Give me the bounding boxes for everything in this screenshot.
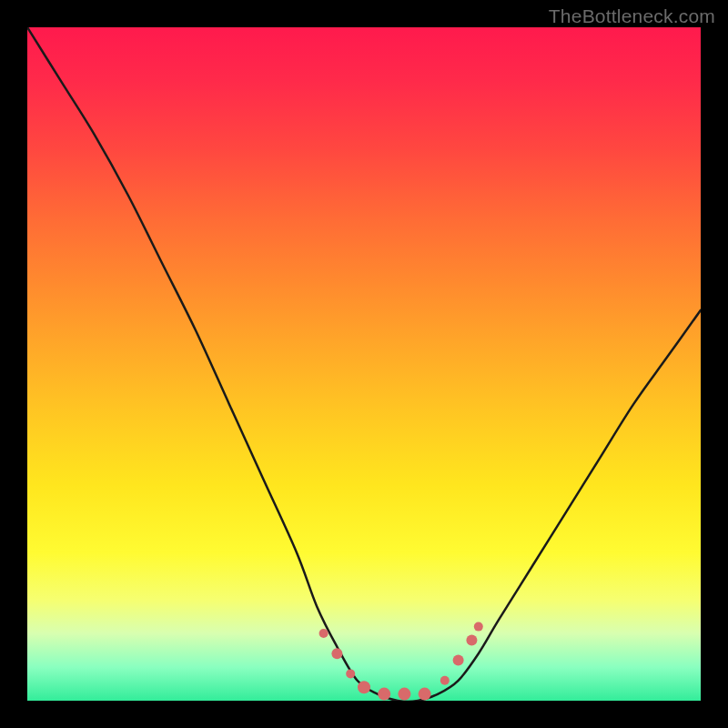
curve-marker (346, 669, 355, 678)
curve-marker (466, 634, 477, 645)
curve-marker (453, 655, 464, 666)
curve-marker (331, 648, 342, 659)
watermark-text: TheBottleneck.com (549, 5, 715, 27)
curve-marker (474, 622, 483, 632)
curve-marker (319, 629, 329, 638)
curve-marker (358, 681, 370, 693)
curve-marker (378, 688, 390, 701)
curve-marker (440, 676, 450, 685)
curve-marker (398, 688, 410, 701)
chart-frame: TheBottleneck.com (0, 0, 728, 728)
plot-area (27, 27, 701, 701)
bottleneck-curve (27, 27, 701, 701)
curve-marker (419, 688, 431, 701)
curve-svg (27, 27, 701, 701)
